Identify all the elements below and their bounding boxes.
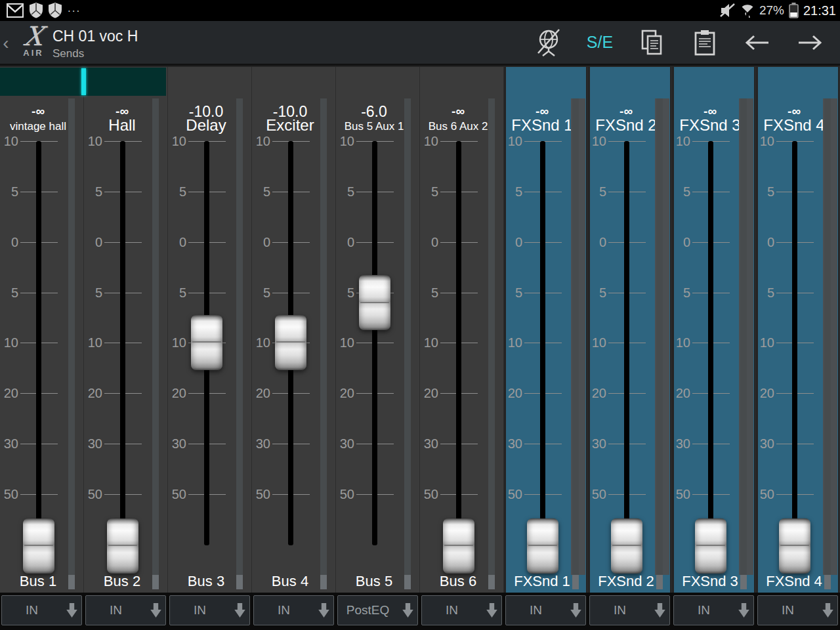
scale-tick-label: 10 xyxy=(504,335,522,350)
scale-tick-label: 0 xyxy=(84,234,102,250)
routing-button-fxsnd-1[interactable]: IN xyxy=(505,595,586,625)
scale-tick-label: 30 xyxy=(672,436,690,452)
scale-tick-label: 20 xyxy=(588,385,606,401)
fader-track[interactable] xyxy=(456,141,461,545)
scale-tick-label: 0 xyxy=(420,234,438,250)
dropdown-arrow-icon xyxy=(62,603,81,618)
channel-label: Bus 1 xyxy=(0,572,76,591)
fader-track[interactable] xyxy=(624,141,629,545)
channel-label: Bus 3 xyxy=(168,572,244,591)
fader-cap[interactable] xyxy=(779,518,810,574)
dropdown-arrow-icon xyxy=(818,603,837,618)
level-meter xyxy=(236,98,243,575)
scale-tick-label: 5 xyxy=(588,184,606,200)
fader-track[interactable] xyxy=(708,141,713,545)
channel-label: FXSnd 1 xyxy=(504,572,580,591)
routing-button-fxsnd-2[interactable]: IN xyxy=(589,595,670,625)
scale-tick-label: 5 xyxy=(84,184,102,200)
routing-button-fxsnd-4[interactable]: IN xyxy=(757,595,838,625)
fader-cap[interactable] xyxy=(191,315,222,370)
scale-tick-label: 50 xyxy=(336,486,354,502)
scale-tick-label: 10 xyxy=(168,335,186,350)
channel-strip-fxsnd-1: -∞ FXSnd 1 1050510203050 FXSnd 1 xyxy=(504,0,588,630)
scale-tick-label: 20 xyxy=(0,385,18,401)
scale-tick-label: 5 xyxy=(672,184,690,200)
fader-cap[interactable] xyxy=(695,518,726,574)
scale-tick-label: 5 xyxy=(84,285,102,301)
send-level-value: -∞ xyxy=(0,103,76,120)
scale-tick-label: 10 xyxy=(756,335,774,350)
dropdown-arrow-icon xyxy=(314,603,333,618)
send-destination-name: FXSnd 4 xyxy=(756,116,832,135)
fader-cap[interactable] xyxy=(275,315,306,370)
routing-button-fxsnd-3[interactable]: IN xyxy=(673,595,754,625)
fader-track[interactable] xyxy=(36,141,41,545)
scale-tick-label: 10 xyxy=(252,335,270,350)
routing-button-bus-3[interactable]: IN xyxy=(169,595,250,625)
scale-tick-label: 0 xyxy=(252,234,270,250)
level-meter xyxy=(488,98,495,575)
dropdown-arrow-icon xyxy=(650,603,669,618)
routing-button-bus-5[interactable]: PostEQ xyxy=(337,595,418,625)
send-destination-name: Exciter xyxy=(252,116,328,135)
scale-tick-label: 0 xyxy=(756,234,774,250)
routing-button-bus-2[interactable]: IN xyxy=(85,595,166,625)
dropdown-arrow-icon xyxy=(146,603,165,618)
fader-cap[interactable] xyxy=(611,518,642,574)
scale-tick-label: 10 xyxy=(420,133,438,149)
send-destination-name: Bus 5 Aux 1 xyxy=(336,119,412,134)
fader-cap[interactable] xyxy=(23,518,54,574)
fader-cap[interactable] xyxy=(527,518,558,574)
routing-button-bus-6[interactable]: IN xyxy=(421,595,502,625)
scale-tick-label: 50 xyxy=(588,486,606,502)
fader-track[interactable] xyxy=(372,141,377,545)
scale-tick-label: 5 xyxy=(756,285,774,301)
channel-strip-bus-4: -10.0 Exciter 1050510203050 Bus 4 xyxy=(252,0,336,630)
pan-indicator[interactable] xyxy=(0,68,166,96)
scale-tick-label: 30 xyxy=(588,436,606,452)
routing-button-bus-4[interactable]: IN xyxy=(253,595,334,625)
scale-tick-label: 0 xyxy=(168,234,186,250)
fader-track[interactable] xyxy=(792,141,797,545)
fader-track[interactable] xyxy=(120,141,125,545)
scale-tick-label: 0 xyxy=(588,234,606,250)
fader-cap[interactable] xyxy=(443,518,474,574)
scale-tick-label: 50 xyxy=(672,486,690,502)
scale-tick-label: 10 xyxy=(336,335,354,350)
scale-tick-label: 5 xyxy=(672,285,690,301)
level-meter xyxy=(824,98,831,575)
send-destination-name: FXSnd 2 xyxy=(588,116,664,135)
scale-tick-label: 10 xyxy=(588,335,606,350)
routing-label: IN xyxy=(422,603,482,618)
scale-tick-label: 5 xyxy=(336,285,354,301)
scale-tick-label: 30 xyxy=(336,436,354,452)
scale-tick-label: 50 xyxy=(504,486,522,502)
send-destination-name: FXSnd 1 xyxy=(504,116,580,135)
channel-strip-bus-6: -∞ Bus 6 Aux 2 1050510203050 Bus 6 xyxy=(420,0,504,630)
level-meter xyxy=(152,98,159,575)
channel-label: Bus 6 xyxy=(420,572,496,591)
scale-tick-label: 10 xyxy=(252,133,270,149)
channel-label: FXSnd 4 xyxy=(756,572,832,591)
level-meter xyxy=(740,98,747,575)
scale-tick-label: 5 xyxy=(168,285,186,301)
scale-tick-label: 10 xyxy=(84,133,102,149)
routing-label: IN xyxy=(758,603,818,618)
channel-strip-fxsnd-2: -∞ FXSnd 2 1050510203050 FXSnd 2 xyxy=(588,0,672,630)
scale-tick-label: 50 xyxy=(0,486,18,502)
send-destination-name: Hall xyxy=(84,116,160,135)
scale-tick-label: 5 xyxy=(504,285,522,301)
scale-tick-label: 5 xyxy=(420,184,438,200)
scale-tick-label: 5 xyxy=(252,184,270,200)
scale-tick-label: 30 xyxy=(756,436,774,452)
scale-tick-label: 10 xyxy=(420,335,438,350)
routing-button-bus-1[interactable]: IN xyxy=(1,595,82,625)
scale-tick-label: 10 xyxy=(588,133,606,149)
fader-cap[interactable] xyxy=(359,275,390,330)
fader-cap[interactable] xyxy=(107,518,138,574)
xair-app: ... 27% xyxy=(0,0,840,630)
routing-label: IN xyxy=(86,603,146,618)
scale-tick-label: 50 xyxy=(252,486,270,502)
scale-tick-label: 30 xyxy=(84,436,102,452)
fader-track[interactable] xyxy=(540,141,545,545)
